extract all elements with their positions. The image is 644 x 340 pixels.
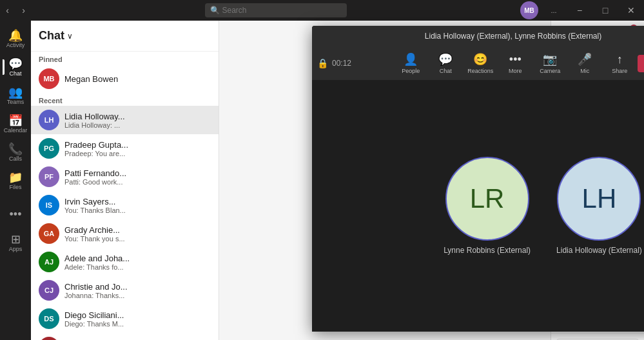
sidebar-item-calendar[interactable]: 📅 Calendar (3, 111, 28, 137)
more-icon: ••• (10, 208, 22, 220)
app-minimize-button[interactable]: − (567, 0, 592, 21)
security-icon: 🔒 (317, 58, 328, 68)
avatar-adele: AJ (39, 252, 59, 272)
avatar-pradeep: PG (39, 138, 59, 159)
avatar-megan: MB (39, 68, 59, 89)
chat-item-joni-lynne[interactable]: JL Joni, Lynne, an... You: I'm excited a… (31, 333, 219, 340)
chat-info-patti: Patti Fernando... Patti: Good work... (64, 168, 211, 186)
sidebar: 🔔 Activity 💬 Chat 👥 Teams 📅 Calendar 📞 C… (0, 21, 31, 340)
app-win-controls: MB ... − □ ✕ (520, 0, 644, 21)
leave-call-button[interactable]: 📞 Leave (638, 55, 644, 72)
app-titlebar-left: ‹ › (0, 0, 31, 21)
chat-item-pradeep[interactable]: PG Pradeep Gupta... Pradeep: You are... (31, 134, 219, 163)
chat-info-megan: Megan Bowen (64, 74, 211, 84)
chat-call-icon: 💬 (438, 52, 453, 66)
rp-input-area (551, 333, 644, 340)
sidebar-apps-button[interactable]: ⊞ Apps (3, 230, 28, 255)
chat-info-christie: Christie and Jo... Johanna: Thanks... (64, 282, 211, 299)
activity-icon: 🔔 (8, 30, 23, 41)
participant-avatar-lh: LH (557, 157, 641, 241)
chat-item-grady[interactable]: GA Grady Archie... You: Thank you s... (31, 219, 219, 248)
chat-info-grady: Grady Archie... You: Thank you s... (64, 225, 211, 243)
chat-info-pradeep: Pradeep Gupta... Pradeep: You are... (64, 140, 211, 157)
avatar-christie: CJ (39, 280, 59, 301)
call-window-title: Lidia Holloway (External), Lynne Robbins… (317, 32, 644, 41)
apps-icon: ⊞ (11, 234, 21, 245)
chat-item-lidia[interactable]: LH Lidia Holloway... Lidia Holloway: ... (31, 106, 219, 134)
chat-header: Chat ∨ (31, 21, 219, 52)
app-close-button[interactable]: ✕ (618, 0, 644, 21)
chat-item-adele[interactable]: AJ Adele and Joha... Adele: Thanks fo... (31, 248, 219, 276)
avatar-joni-lynne: JL (39, 337, 59, 340)
participant-avatar-lr: LR (445, 157, 529, 241)
avatar-diego: DS (39, 308, 59, 329)
calls-icon: 📞 (8, 143, 23, 155)
avatar-patti: PF (39, 166, 59, 187)
call-titlebar: Lidia Holloway (External), Lynne Robbins… (312, 26, 644, 46)
sidebar-item-chat[interactable]: 💬 Chat (3, 54, 28, 80)
call-toolbar-left: 🔒 00:12 (317, 58, 351, 68)
notification-button[interactable]: ... (541, 0, 567, 21)
search-icon: 🔍 (210, 6, 220, 15)
chat-item-diego[interactable]: DS Diego Siciliani... Diego: Thanks M... (31, 305, 219, 333)
people-button[interactable]: 👤 People (394, 49, 427, 77)
chat-title: Chat (39, 29, 64, 43)
call-window: Lidia Holloway (External), Lynne Robbins… (312, 26, 644, 332)
calendar-icon: 📅 (8, 115, 23, 126)
chat-info-diego: Diego Siciliani... Diego: Thanks M... (64, 310, 211, 328)
next-button[interactable]: › (16, 0, 31, 21)
sidebar-item-teams[interactable]: 👥 Teams (3, 83, 28, 108)
chat-item-irvin[interactable]: IS Irvin Sayers... You: Thanks Blan... (31, 191, 219, 219)
participant-name-lh: Lidia Holloway (External) (556, 246, 642, 255)
avatar-lidia: LH (39, 110, 59, 130)
chat-info-irvin: Irvin Sayers... You: Thanks Blan... (64, 197, 211, 214)
sidebar-more-button[interactable]: ••• (3, 201, 28, 227)
active-indicator (3, 59, 5, 75)
mic-icon: 🎤 (578, 52, 592, 66)
recent-section-label: Recent (31, 93, 219, 106)
share-icon: ↑ (617, 53, 623, 66)
share-button[interactable]: ↑ Share (603, 49, 636, 77)
chat-info-lidia: Lidia Holloway... Lidia Holloway: ... (64, 112, 211, 129)
avatar-irvin: IS (39, 195, 59, 215)
app-maximize-button[interactable]: □ (592, 0, 618, 21)
sidebar-item-calls[interactable]: 📞 Calls (3, 139, 28, 165)
more-icon: ••• (509, 53, 522, 66)
chat-item-patti[interactable]: PF Patti Fernando... Patti: Good work... (31, 163, 219, 191)
call-timer: 00:12 (332, 59, 351, 68)
participant-card-lr: LR Lynne Robbins (External) (444, 157, 531, 255)
call-toolbar-center: 👤 People 💬 Chat 😊 Reactions ••• More (394, 49, 644, 77)
chat-info-adele: Adele and Joha... Adele: Thanks fo... (64, 254, 211, 271)
teams-icon: 👥 (8, 86, 23, 98)
pinned-section-label: Pinned (31, 52, 219, 65)
people-icon: 👤 (404, 52, 418, 66)
global-search-bar[interactable]: 🔍 (205, 3, 347, 17)
chat-button[interactable]: 💬 Chat (429, 49, 462, 77)
search-input[interactable] (222, 6, 342, 15)
avatar-grady: GA (39, 223, 59, 244)
reactions-button[interactable]: 😊 Reactions (463, 49, 497, 77)
chat-item-megan[interactable]: MB Megan Bowen (31, 65, 219, 93)
app-titlebar: ‹ › 🔍 MB ... − □ ✕ (0, 0, 644, 21)
app-titlebar-center: 🔍 (31, 3, 520, 17)
reactions-icon: 😊 (473, 52, 487, 66)
prev-button[interactable]: ‹ (0, 0, 15, 21)
call-toolbar: 🔒 00:12 👤 People 💬 Chat 😊 Reactions (312, 46, 644, 80)
call-content: LR Lynne Robbins (External) LH Lidia Hol… (312, 80, 644, 332)
chat-icon: 💬 (8, 58, 23, 70)
chat-dropdown-chevron[interactable]: ∨ (67, 32, 73, 41)
sidebar-item-activity[interactable]: 🔔 Activity (3, 26, 28, 52)
camera-icon: 📷 (543, 52, 557, 66)
participant-name-lr: Lynne Robbins (External) (444, 246, 531, 255)
more-button[interactable]: ••• More (498, 49, 532, 77)
files-icon: 📁 (8, 172, 23, 183)
sidebar-item-files[interactable]: 📁 Files (3, 168, 28, 194)
participants-row: LR Lynne Robbins (External) LH Lidia Hol… (444, 157, 642, 255)
main-area: Lidia Holloway (External), Lynne Robbins… (219, 21, 644, 340)
chat-panel: Chat ∨ Pinned MB Megan Bowen Recent LH L… (31, 21, 219, 340)
mic-button[interactable]: 🎤 Mic (568, 49, 601, 77)
user-avatar-button[interactable]: MB (520, 1, 538, 19)
chat-item-christie[interactable]: CJ Christie and Jo... Johanna: Thanks... (31, 276, 219, 305)
participant-card-lh: LH Lidia Holloway (External) (556, 157, 642, 255)
camera-button[interactable]: 📷 Camera (533, 49, 567, 77)
